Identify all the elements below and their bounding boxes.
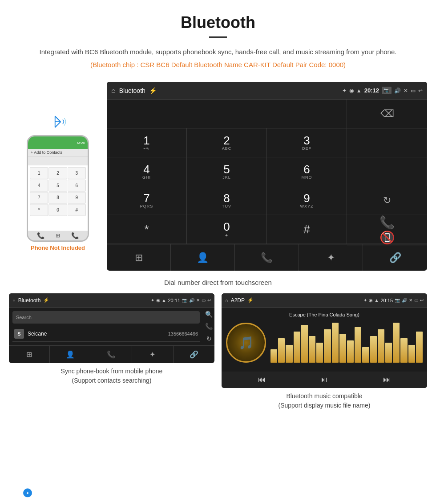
home-icon[interactable]: ⌂: [111, 87, 116, 95]
phonebook-entry: S Seicane 13566664466: [12, 326, 200, 342]
close-icon[interactable]: ✕: [404, 88, 408, 94]
contact-number: 13566664466: [168, 331, 198, 336]
page-specs: (Bluetooth chip : CSR BC6 Default Blueto…: [27, 61, 409, 68]
camera-icon[interactable]: 📷: [382, 87, 392, 94]
play-pause-button[interactable]: ⏯: [320, 375, 328, 384]
key-3[interactable]: 3 DEF: [267, 128, 347, 157]
pb-win-icon[interactable]: ▭: [202, 298, 206, 303]
music-cam-icon[interactable]: 📷: [395, 298, 400, 303]
pb-nav-bluetooth[interactable]: ✦: [132, 346, 173, 363]
title-divider: [209, 36, 227, 38]
search-placeholder: Search: [16, 315, 32, 320]
dial-screen: ⌂ Bluetooth ⚡ ✦ ◉ ▲ 20:12 📷 🔊 ✕ ▭ ↩: [107, 82, 427, 271]
music-time: 20:15: [380, 298, 393, 303]
nav-link[interactable]: 🔗: [363, 244, 427, 271]
music-art-area: 🎵 ✦: [226, 323, 423, 363]
page-title: Bluetooth: [27, 13, 409, 32]
music-back-icon[interactable]: ↩: [420, 298, 424, 303]
phone-key-9[interactable]: 9: [68, 192, 86, 204]
key-1[interactable]: 1 ⌁∿: [107, 128, 187, 157]
phonebook-header-left: ⌂ Bluetooth ⚡: [12, 297, 49, 304]
pb-vol-icon[interactable]: 🔊: [189, 298, 194, 303]
svg-line-1: [55, 122, 61, 128]
key-4[interactable]: 4 GHI: [107, 157, 187, 186]
music-visualizer: [270, 323, 423, 363]
svg-line-0: [55, 116, 61, 122]
phone-key-3[interactable]: 3: [68, 167, 86, 179]
key-0-plus[interactable]: 0 +: [187, 215, 267, 244]
key-5[interactable]: 5 JKL: [187, 157, 267, 186]
contact-name[interactable]: Seicane: [28, 331, 165, 337]
pb-loc-icon: ◉: [156, 298, 160, 303]
phonebook-header: ⌂ Bluetooth ⚡ ✦ ◉ ▲ 20:11 📷 🔊 ✕ ▭ ↩: [9, 293, 214, 308]
phone-key-1[interactable]: 1: [30, 167, 48, 179]
phone-key-0[interactable]: 0: [48, 204, 67, 216]
phone-key-7[interactable]: 7: [30, 192, 48, 204]
nav-contacts[interactable]: 👤: [171, 244, 235, 271]
music-title: A2DP: [231, 297, 245, 304]
volume-icon[interactable]: 🔊: [394, 88, 401, 94]
key-reload[interactable]: ↻: [347, 186, 427, 215]
pb-cam-icon[interactable]: 📷: [182, 298, 187, 303]
key-hash[interactable]: #: [267, 215, 347, 244]
pb-call-icon[interactable]: 📞: [205, 323, 213, 330]
key-empty-2: [347, 157, 427, 186]
phone-key-6[interactable]: 6: [68, 180, 86, 192]
phone-key-hash[interactable]: #: [68, 204, 86, 216]
phone-key-star[interactable]: *: [30, 204, 48, 216]
pb-back-icon[interactable]: ↩: [207, 298, 211, 303]
dial-delete-button[interactable]: ⌫: [347, 100, 427, 128]
pb-search-icon[interactable]: 🔍: [205, 311, 213, 318]
next-track-button[interactable]: ⏭: [383, 375, 391, 384]
pb-nav-link[interactable]: 🔗: [174, 346, 214, 363]
prev-track-button[interactable]: ⏮: [258, 375, 266, 384]
key-9[interactable]: 9 WXYZ: [267, 186, 347, 215]
key-8[interactable]: 8 TUV: [187, 186, 267, 215]
nav-keypad[interactable]: ⊞: [107, 244, 171, 271]
phone-add-contact: + Add to Contacts: [28, 149, 88, 156]
signal-icon: ▲: [356, 88, 362, 94]
music-caption: Bluetooth music compatible (Support disp…: [279, 392, 371, 410]
music-vol-icon[interactable]: 🔊: [402, 298, 407, 303]
nav-bluetooth[interactable]: ✦: [299, 244, 363, 271]
usb-icon: ⚡: [149, 87, 157, 94]
pb-close-icon[interactable]: ✕: [196, 298, 200, 303]
location-icon: ◉: [349, 88, 354, 94]
nav-calls[interactable]: 📞: [235, 244, 299, 271]
key-2[interactable]: 2 ABC: [187, 128, 267, 157]
pb-home-icon[interactable]: ⌂: [12, 298, 16, 303]
call-reject-button[interactable]: 📵: [347, 230, 427, 245]
page-description: Integrated with BC6 Bluetooth module, su…: [27, 47, 409, 57]
phone-key-2[interactable]: 2: [48, 167, 67, 179]
dial-bottom-nav: ⊞ 👤 📞 ✦ 🔗: [107, 244, 427, 271]
phone-top-bar: M:20: [28, 136, 88, 149]
key-7[interactable]: 7 PQRS: [107, 186, 187, 215]
keypad-grid: 1 ⌁∿ 2 ABC 3 DEF 4 GHI 5: [107, 128, 427, 244]
music-bt-icon: ✦: [363, 298, 367, 303]
music-song-title: Escape (The Pina Colada Song): [289, 312, 359, 317]
dial-input-display[interactable]: [107, 100, 347, 128]
pb-nav-calls[interactable]: 📞: [91, 346, 132, 363]
music-header: ⌂ A2DP ⚡ ✦ ◉ ▲ 20:15 📷 🔊 ✕ ▭ ↩: [222, 293, 427, 308]
window-icon[interactable]: ▭: [411, 88, 416, 94]
music-close-icon[interactable]: ✕: [409, 298, 412, 303]
music-mini-screen: ⌂ A2DP ⚡ ✦ ◉ ▲ 20:15 📷 🔊 ✕ ▭ ↩: [222, 293, 427, 388]
phonebook-search-bar[interactable]: Search: [12, 311, 200, 324]
phone-key-5[interactable]: 5: [48, 180, 67, 192]
back-icon[interactable]: ↩: [418, 88, 423, 94]
phone-key-4[interactable]: 4: [30, 180, 48, 192]
phone-key-8[interactable]: 8: [48, 192, 67, 204]
music-win-icon[interactable]: ▭: [414, 298, 418, 303]
pb-usb-icon: ⚡: [43, 297, 49, 303]
screen-time: 20:12: [364, 87, 379, 94]
pb-nav-keypad[interactable]: ⊞: [9, 346, 50, 363]
music-home-icon[interactable]: ⌂: [225, 298, 228, 303]
pb-nav-contacts[interactable]: 👤: [50, 346, 91, 363]
pb-refresh-icon[interactable]: ↻: [206, 335, 212, 342]
phonebook-main: Search S Seicane 13566664466: [9, 308, 203, 345]
music-controls: ⏮ ⏯ ⏭: [222, 372, 427, 388]
call-accept-button[interactable]: 📞: [347, 215, 427, 230]
screen-header-left: ⌂ Bluetooth ⚡: [111, 87, 157, 95]
key-6[interactable]: 6 MNO: [267, 157, 347, 186]
key-star[interactable]: *: [107, 215, 187, 244]
